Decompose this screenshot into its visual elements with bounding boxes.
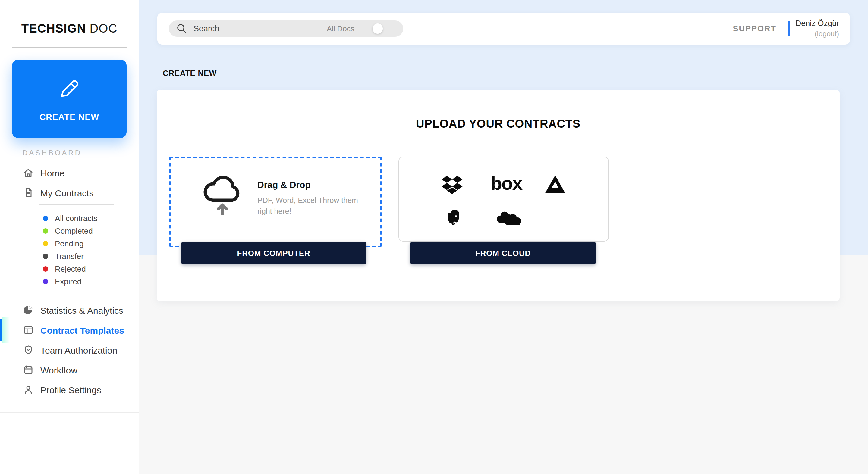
search-input[interactable]: [192, 24, 303, 34]
dropbox-icon[interactable]: [441, 174, 464, 198]
svg-text:box: box: [491, 173, 523, 194]
brand-divider: [12, 47, 127, 47]
search-bar[interactable]: All Docs: [169, 21, 403, 37]
sidebar-item-label: Team Authorization: [40, 345, 117, 355]
all-docs-toggle[interactable]: [373, 24, 383, 34]
sidebar-item-label: Profile Settings: [40, 384, 101, 395]
create-new-button[interactable]: CREATE NEW: [12, 60, 127, 138]
sidebar-item-team-authorization[interactable]: Team Authorization: [0, 341, 138, 359]
brand-logo[interactable]: TECHSIGN DOC: [0, 22, 138, 36]
onedrive-icon[interactable]: [494, 208, 524, 231]
document-icon: [23, 187, 34, 198]
filter-pending[interactable]: Pending: [0, 238, 138, 249]
filter-label: Expired: [55, 277, 82, 286]
home-icon: [23, 167, 34, 178]
calendar-icon: [23, 364, 34, 375]
filter-expired[interactable]: Expired: [0, 276, 138, 287]
filter-completed[interactable]: Completed: [0, 225, 138, 236]
google-drive-icon[interactable]: [544, 175, 567, 198]
cloud-upload-icon: [201, 171, 244, 219]
user-menu[interactable]: Deniz Özgür (logout): [796, 18, 839, 38]
sidebar-item-label: Home: [40, 168, 64, 178]
top-bar: All Docs SUPPORT Deniz Özgür (logout): [157, 13, 850, 44]
filter-rejected[interactable]: Rejected: [0, 263, 138, 274]
sidebar-item-label: Workflow: [40, 365, 78, 375]
sidebar-bottom-divider: [0, 412, 138, 413]
sidebar-item-profile-settings[interactable]: Profile Settings: [0, 381, 138, 399]
upload-card: UPLOAD YOUR CONTRACTS Drag & Drop PDF, W…: [157, 90, 840, 301]
filter-label: Pending: [55, 239, 84, 248]
drag-drop-zone[interactable]: Drag & Drop PDF, Word, Excel Throw them …: [169, 157, 381, 247]
pie-chart-icon: [23, 305, 34, 315]
sidebar-item-label: Statistics & Analytics: [40, 305, 123, 315]
filter-all-contracts[interactable]: All contracts: [0, 213, 138, 224]
sidebar-item-label: Contract Templates: [40, 325, 124, 335]
support-link[interactable]: SUPPORT: [733, 24, 776, 33]
sidebar-item-home[interactable]: Home: [0, 164, 138, 182]
logout-link[interactable]: (logout): [796, 29, 839, 38]
upload-card-title: UPLOAD YOUR CONTRACTS: [157, 117, 840, 131]
sidebar-item-statistics[interactable]: Statistics & Analytics: [0, 301, 138, 319]
all-docs-label: All Docs: [327, 25, 354, 33]
sidebar: TECHSIGN DOC CREATE NEW DASHBOARD Home: [0, 0, 139, 474]
app-root: TECHSIGN DOC CREATE NEW DASHBOARD Home: [0, 0, 868, 474]
topbar-divider: [788, 21, 789, 36]
template-icon: [23, 325, 34, 336]
status-dot-red: [43, 266, 48, 271]
from-cloud-button[interactable]: FROM CLOUD: [410, 241, 596, 264]
drag-drop-subtitle: PDF, Word, Excel Throw them right here!: [257, 195, 365, 217]
evernote-icon[interactable]: [444, 208, 462, 234]
box-icon[interactable]: box: [491, 172, 528, 198]
status-dot-blue: [43, 215, 48, 221]
brand-bold: TECHSIGN: [22, 22, 86, 35]
user-name: Deniz Özgür: [796, 18, 839, 29]
status-dot-purple: [43, 278, 48, 284]
status-dot-dark: [43, 253, 48, 259]
search-icon: [176, 23, 187, 34]
page-title: CREATE NEW: [163, 69, 217, 78]
filter-label: Rejected: [55, 264, 86, 273]
pencil-icon: [57, 76, 82, 103]
sidebar-item-contract-templates[interactable]: Contract Templates: [0, 321, 138, 339]
person-icon: [23, 384, 34, 395]
dashboard-section-label: DASHBOARD: [22, 149, 82, 157]
cloud-services-box[interactable]: box: [398, 157, 609, 241]
filter-label: Transfer: [55, 251, 84, 261]
filter-label: All contracts: [55, 213, 98, 223]
sidebar-item-my-contracts[interactable]: My Contracts: [0, 184, 138, 202]
status-dot-yellow: [43, 241, 48, 246]
status-dot-green: [43, 228, 48, 233]
shield-icon: [23, 344, 34, 356]
from-computer-button[interactable]: FROM COMPUTER: [181, 241, 367, 264]
create-new-label: CREATE NEW: [39, 112, 99, 121]
brand-light: DOC: [90, 22, 117, 35]
contracts-divider: [38, 204, 114, 205]
drag-drop-title: Drag & Drop: [257, 179, 311, 190]
filter-transfer[interactable]: Transfer: [0, 250, 138, 261]
sidebar-item-label: My Contracts: [40, 188, 94, 198]
filter-label: Completed: [55, 226, 93, 235]
sidebar-item-workflow[interactable]: Workflow: [0, 361, 138, 379]
